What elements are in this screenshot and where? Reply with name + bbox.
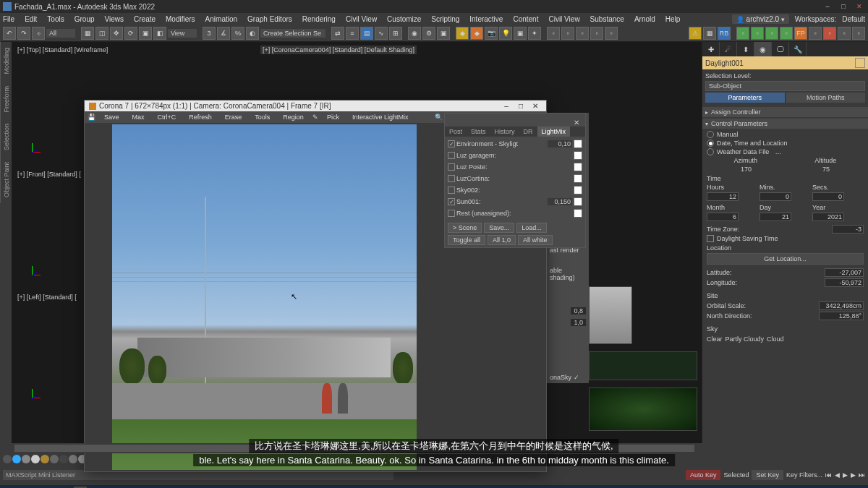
- year-input[interactable]: 2021: [812, 213, 844, 221]
- corona-max-button[interactable]: Max: [128, 113, 149, 121]
- corona-disk-icon[interactable]: 💾: [88, 114, 95, 121]
- swatch[interactable]: [12, 455, 21, 463]
- filter-dropdown[interactable]: All: [46, 29, 75, 38]
- secs-input[interactable]: 0: [812, 192, 844, 201]
- corona-zoomin-icon[interactable]: 🔍: [435, 114, 443, 121]
- menu-arnold[interactable]: Arnold: [634, 15, 655, 23]
- curve-editor-icon[interactable]: ∿: [375, 27, 388, 40]
- tab-dr[interactable]: DR: [519, 127, 537, 137]
- corona-scatter-icon[interactable]: ✦: [528, 27, 541, 40]
- close-button[interactable]: ✕: [852, 1, 867, 12]
- util3-icon[interactable]: ▫: [576, 27, 589, 40]
- object-color-swatch[interactable]: [855, 58, 865, 68]
- fp7-icon[interactable]: ▫: [823, 27, 836, 40]
- layer-icon[interactable]: ▤: [360, 27, 373, 40]
- material-icon[interactable]: ◉: [408, 27, 421, 40]
- sky-clear[interactable]: Clear: [707, 335, 723, 343]
- swatch[interactable]: [59, 455, 68, 463]
- keyfilters-button[interactable]: Key Filters...: [786, 471, 822, 479]
- corona-pipette-icon[interactable]: ✎: [312, 114, 318, 121]
- workspace-value[interactable]: Default: [842, 15, 865, 23]
- corona-refresh-button[interactable]: Refresh: [184, 113, 216, 121]
- menu-file[interactable]: File: [3, 15, 14, 23]
- ref-coord-dropdown[interactable]: View: [168, 29, 197, 38]
- fp8-icon[interactable]: ▫: [838, 27, 851, 40]
- play-end-icon[interactable]: ⏭: [859, 471, 865, 479]
- motion-paths-button[interactable]: Motion Paths: [786, 93, 866, 103]
- longitude-input[interactable]: -50,972: [825, 278, 864, 287]
- menu-customize[interactable]: Customize: [387, 15, 421, 23]
- swatch[interactable]: [50, 455, 59, 463]
- orbital-input[interactable]: 3422,498cm: [819, 301, 864, 310]
- lm-swatch-garage[interactable]: [574, 151, 582, 160]
- autokey-button[interactable]: Auto Key: [686, 470, 721, 480]
- north-input[interactable]: 125,88°: [819, 312, 864, 320]
- lm-check-env[interactable]: [448, 140, 455, 147]
- fp6-icon[interactable]: ▫: [809, 27, 822, 40]
- menu-substance[interactable]: Substance: [590, 15, 624, 23]
- lm-all1-button[interactable]: All 1,0: [488, 235, 516, 245]
- scale-icon[interactable]: ▣: [139, 27, 152, 40]
- play-next-icon[interactable]: ▶: [851, 471, 856, 479]
- spinner-snap-icon[interactable]: ◐: [246, 27, 259, 40]
- fp2-icon[interactable]: ▫: [751, 27, 764, 40]
- corona-region-button[interactable]: Region: [278, 113, 308, 121]
- parameters-button[interactable]: Parameters: [705, 93, 785, 103]
- corona-minimize-button[interactable]: –: [500, 102, 513, 110]
- hours-input[interactable]: 12: [707, 192, 739, 201]
- viewport-main-label[interactable]: [+] [CoronaCamera004] [Standard] [Defaul…: [258, 45, 420, 55]
- lm-swatch-sky[interactable]: [574, 186, 582, 194]
- subobject-dropdown[interactable]: Sub-Object: [705, 81, 865, 91]
- selected-dropdown[interactable]: Selected: [723, 471, 749, 479]
- util1-icon[interactable]: ▫: [547, 27, 560, 40]
- selection-set-dropdown[interactable]: Create Selection Se: [260, 29, 326, 38]
- corona-erase-button[interactable]: Erase: [221, 113, 247, 121]
- render-setup-icon[interactable]: ⚙: [422, 27, 435, 40]
- menu-help[interactable]: Help: [665, 15, 681, 23]
- daylight-checkbox[interactable]: [707, 235, 714, 242]
- lm-scene-button[interactable]: > Scene: [448, 223, 482, 233]
- undo-icon[interactable]: ↶: [3, 27, 16, 40]
- lm-check-sun[interactable]: [448, 198, 455, 205]
- object-name-field[interactable]: Daylight001: [702, 56, 868, 69]
- grid-icon[interactable]: ▦: [703, 27, 716, 40]
- menu-content[interactable]: Content: [513, 15, 538, 23]
- util4-icon[interactable]: ▫: [590, 27, 603, 40]
- menu-civilview[interactable]: Civil View: [346, 15, 377, 23]
- corona-proxy-icon[interactable]: ▣: [514, 27, 527, 40]
- angle-snap-icon[interactable]: ∡: [217, 27, 230, 40]
- timezone-input[interactable]: -3: [832, 225, 864, 234]
- lm-save-button[interactable]: Save...: [484, 223, 514, 233]
- fp5-icon[interactable]: FP: [794, 27, 807, 40]
- lm-check-poste[interactable]: [448, 163, 455, 171]
- rotate-icon[interactable]: ⟳: [124, 27, 137, 40]
- menu-animation[interactable]: Animation: [205, 15, 237, 23]
- move-icon[interactable]: ✥: [110, 27, 123, 40]
- menu-group[interactable]: Group: [75, 15, 95, 23]
- tab-stats[interactable]: Stats: [467, 127, 490, 137]
- play-start-icon[interactable]: ⏮: [825, 471, 832, 479]
- menu-rendering[interactable]: Rendering: [302, 15, 336, 23]
- lm-swatch-poste[interactable]: [574, 163, 582, 171]
- swatch[interactable]: [41, 455, 49, 463]
- setkey-button[interactable]: Set Key: [752, 470, 783, 480]
- link-icon[interactable]: ⟐: [32, 27, 45, 40]
- corona-icon[interactable]: ◆: [456, 27, 469, 40]
- mirror-icon[interactable]: ⇄: [331, 27, 344, 40]
- corona-tools-button[interactable]: Tools: [250, 113, 274, 121]
- menu-interactive[interactable]: Interactive: [469, 15, 503, 23]
- sky-partly[interactable]: Partly Cloudy: [726, 335, 765, 343]
- menu-grapheditors[interactable]: Graph Editors: [247, 15, 292, 23]
- lm-check-rest[interactable]: [448, 210, 455, 217]
- corona-converter-icon[interactable]: ◆: [470, 27, 483, 40]
- sky-cloud[interactable]: Cloud: [767, 335, 784, 343]
- menu-tools[interactable]: Tools: [47, 15, 64, 23]
- lm-check-garage[interactable]: [448, 152, 455, 159]
- play-icon[interactable]: ▶: [843, 471, 848, 479]
- month-input[interactable]: 6: [707, 213, 739, 221]
- viewport-left-label[interactable]: [+] [Left] [Standard] [: [14, 292, 80, 302]
- lightmix-close-button[interactable]: ✕: [571, 116, 582, 128]
- schematic-icon[interactable]: ⊞: [389, 27, 402, 40]
- cp-tab-utilities[interactable]: 🔧: [789, 42, 807, 56]
- cp-tab-create[interactable]: ✚: [702, 42, 720, 56]
